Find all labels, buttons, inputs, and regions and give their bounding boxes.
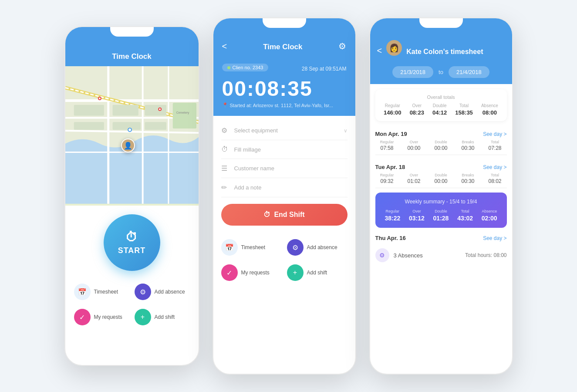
total-double: Double 04:12 <box>432 103 447 116</box>
weekly-double: Double 01:28 <box>433 209 449 222</box>
total-absence-value: 08:00 <box>481 109 498 116</box>
tue-double: Double 00:00 <box>429 173 453 184</box>
add-absence-label: Add absence <box>155 289 185 295</box>
customer-field[interactable]: ☰ Customer name <box>221 159 348 178</box>
action-add-shift[interactable]: + Add shift <box>135 307 190 327</box>
total-regular-label: Regular <box>384 103 401 108</box>
customer-icon: ☰ <box>221 164 230 172</box>
weekly-title: Weekly summary - 15/4 to 19/4 <box>381 199 502 205</box>
settings-icon[interactable]: ⚙ <box>338 41 346 51</box>
p2-action-add-absence[interactable]: ⚙ Add absence <box>287 237 348 257</box>
date-to-separator: to <box>439 69 443 75</box>
action-add-absence[interactable]: ⚙ Add absence <box>135 282 190 302</box>
svg-text:Cemetery: Cemetery <box>176 111 189 115</box>
svg-rect-13 <box>145 122 166 130</box>
overall-totals-title: Overall totals <box>380 95 503 100</box>
add-shift-icon: + <box>135 309 151 325</box>
absence-circle-icon: ⚙ <box>375 248 389 262</box>
weekly-over-label: Over <box>409 209 425 213</box>
p2-add-absence-label: Add absence <box>307 244 337 250</box>
total-total: Total 158:35 <box>455 103 472 116</box>
weekly-absence-value: 02:00 <box>482 215 497 222</box>
p2-add-absence-icon: ⚙ <box>287 239 304 256</box>
tue-breaks-label: Breaks <box>456 173 480 177</box>
mon-regular-value: 07:58 <box>375 145 399 151</box>
weekly-over-value: 03:12 <box>409 215 425 222</box>
mon-double-value: 00:00 <box>429 145 453 151</box>
phone-1-map: Cemetery 👤 <box>65 66 199 206</box>
total-over-label: Over <box>410 103 424 108</box>
weekly-regular-value: 38:22 <box>385 215 400 222</box>
mon-breaks-label: Breaks <box>456 140 480 144</box>
start-button[interactable]: ⏱ START <box>104 214 160 271</box>
mon-over-value: 00:00 <box>402 145 426 151</box>
tue-over-label: Over <box>402 173 426 177</box>
tue-stats: Regular 09:32 Over 01:02 Double 00:00 Br… <box>375 173 507 184</box>
tue-double-label: Double <box>429 173 453 177</box>
absence-count: 3 Absences <box>394 252 423 259</box>
action-my-requests[interactable]: ✓ My requests <box>74 307 129 327</box>
tue-regular-value: 09:32 <box>375 178 399 184</box>
day-tue-header: Tue Apr. 18 See day > <box>375 159 507 173</box>
timesheet-label: Timesheet <box>94 289 118 295</box>
p2-action-timesheet[interactable]: 📅 Timesheet <box>221 237 282 257</box>
millage-field[interactable]: ⏱ Fill millage <box>221 140 348 159</box>
phone-3-notch <box>419 18 463 28</box>
phone-1-content: ⏱ START 📅 Timesheet ⚙ Add absence ✓ My r… <box>65 206 199 336</box>
total-regular-value: 146:00 <box>384 109 401 116</box>
mon-total-value: 07:28 <box>483 145 507 151</box>
customer-placeholder: Customer name <box>234 165 274 172</box>
back-icon[interactable]: < <box>222 41 227 51</box>
mon-double-label: Double <box>429 140 453 144</box>
tue-regular-label: Regular <box>375 173 399 177</box>
action-timesheet[interactable]: 📅 Timesheet <box>74 282 129 302</box>
p2-add-shift-label: Add shift <box>307 270 327 276</box>
total-double-label: Double <box>432 103 447 108</box>
start-icon: ⏱ <box>125 230 138 244</box>
svg-rect-11 <box>145 105 166 116</box>
day-mon-header: Mon Apr. 19 See day > <box>375 126 507 140</box>
tue-see-day[interactable]: See day > <box>483 164 506 170</box>
weekly-regular: Regular 38:22 <box>385 209 400 222</box>
tue-total: Total 08:02 <box>483 173 507 184</box>
p2-action-my-requests[interactable]: ✓ My requests <box>221 263 282 283</box>
phone-3-title: Kate Colon's timesheet <box>406 48 505 56</box>
timer-display: 00:08:35 <box>222 77 347 101</box>
absence-row: ⚙ 3 Absences Total hours: 08:00 <box>375 244 507 267</box>
svg-rect-12 <box>112 122 140 130</box>
tue-regular: Regular 09:32 <box>375 173 399 184</box>
mon-total: Total 07:28 <box>483 140 507 151</box>
p2-action-add-shift[interactable]: + Add shift <box>287 263 348 283</box>
equipment-icon: ⚙ <box>221 126 230 135</box>
tue-breaks-value: 00:30 <box>456 178 480 184</box>
timer-card: Clien no. 2343 28 Sep at 09:51AM 00:08:3… <box>213 57 355 116</box>
p3-back-icon[interactable]: < <box>377 46 382 56</box>
day-tue-apr-18: Tue Apr. 18 See day > Regular 09:32 Over… <box>375 159 507 188</box>
total-total-label: Total <box>455 103 472 108</box>
date-from-pill[interactable]: 21/3/2018 <box>392 66 433 78</box>
client-dot <box>227 66 230 69</box>
millage-icon: ⏱ <box>221 145 230 153</box>
thu-see-day[interactable]: See day > <box>483 235 506 241</box>
tue-title: Tue Apr. 18 <box>375 164 405 170</box>
equipment-placeholder: Select equipment <box>234 127 278 134</box>
end-shift-button[interactable]: ⏱ End Shift <box>221 204 348 226</box>
millage-placeholder: Fill millage <box>234 146 261 153</box>
mon-regular: Regular 07:58 <box>375 140 399 151</box>
start-label: START <box>118 246 146 255</box>
note-field[interactable]: ✏ Add a note <box>221 178 348 197</box>
weekly-over: Over 03:12 <box>409 209 425 222</box>
phone-2-actions: 📅 Timesheet ⚙ Add absence ✓ My requests … <box>213 237 355 289</box>
date-to-pill[interactable]: 21/4/2018 <box>449 66 489 78</box>
mon-breaks: Breaks 00:30 <box>456 140 480 151</box>
weekly-double-value: 01:28 <box>433 215 449 222</box>
p2-add-shift-icon: + <box>287 264 304 281</box>
phone-2-notch <box>263 18 306 28</box>
absence-hours: Total hours: 08:00 <box>465 252 506 258</box>
total-regular: Regular 146:00 <box>384 103 401 116</box>
total-total-value: 158:35 <box>455 109 472 116</box>
p2-my-requests-label: My requests <box>241 270 270 276</box>
mon-see-day[interactable]: See day > <box>483 131 506 137</box>
equipment-field[interactable]: ⚙ Select equipment ∨ <box>221 121 348 140</box>
weekly-regular-label: Regular <box>385 209 400 213</box>
